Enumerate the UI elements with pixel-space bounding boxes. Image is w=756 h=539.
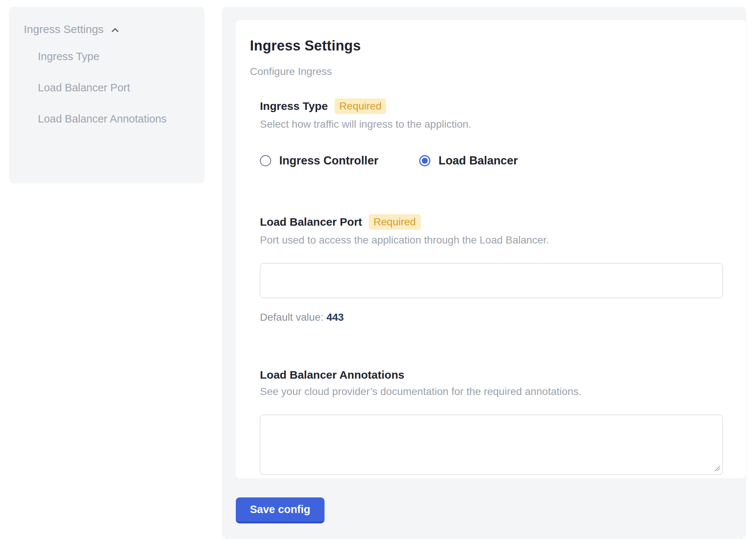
radio-icon[interactable] xyxy=(419,155,430,166)
radio-option-ingress-controller[interactable]: Ingress Controller xyxy=(260,154,378,167)
save-config-button[interactable]: Save config xyxy=(236,497,325,523)
section-load-balancer-port: Load Balancer Port Required Port used to… xyxy=(260,214,722,323)
lb-annotations-description: See your cloud provider’s documentation … xyxy=(260,386,722,398)
main-panel: Ingress Settings Configure Ingress Ingre… xyxy=(222,7,746,539)
lb-port-description: Port used to access the application thro… xyxy=(260,234,722,246)
section-ingress-type: Ingress Type Required Select how traffic… xyxy=(260,98,722,167)
page-subtitle: Configure Ingress xyxy=(250,66,722,78)
lb-port-label: Load Balancer Port xyxy=(260,216,362,228)
settings-sidebar: Ingress Settings Ingress Type Load Balan… xyxy=(9,7,205,183)
radio-icon[interactable] xyxy=(260,155,271,166)
sidebar-item-load-balancer-port[interactable]: Load Balancer Port xyxy=(38,76,179,99)
required-badge: Required xyxy=(369,214,421,230)
load-balancer-annotations-textarea[interactable] xyxy=(260,415,723,475)
sidebar-group-label: Ingress Settings xyxy=(24,23,104,36)
radio-label: Load Balancer xyxy=(439,154,518,167)
sidebar-group-ingress-settings[interactable]: Ingress Settings xyxy=(24,23,190,36)
sidebar-item-list: Ingress Type Load Balancer Port Load Bal… xyxy=(38,45,190,130)
ingress-type-label: Ingress Type xyxy=(260,100,328,112)
default-value-line: Default value:443 xyxy=(260,311,722,323)
ingress-type-description: Select how traffic will ingress to the a… xyxy=(260,118,722,130)
sidebar-item-ingress-type[interactable]: Ingress Type xyxy=(38,45,179,68)
chevron-up-icon xyxy=(110,24,121,36)
load-balancer-port-input[interactable] xyxy=(260,263,723,298)
sidebar-item-load-balancer-annotations[interactable]: Load Balancer Annotations xyxy=(38,108,179,130)
required-badge: Required xyxy=(335,98,387,114)
ingress-type-radio-group: Ingress Controller Load Balancer xyxy=(260,154,722,167)
page-title: Ingress Settings xyxy=(250,38,722,54)
lb-annotations-label: Load Balancer Annotations xyxy=(260,369,404,381)
section-load-balancer-annotations: Load Balancer Annotations See your cloud… xyxy=(260,369,722,475)
radio-option-load-balancer[interactable]: Load Balancer xyxy=(419,154,518,167)
radio-label: Ingress Controller xyxy=(279,154,378,167)
default-value: 443 xyxy=(326,311,344,323)
default-value-label: Default value: xyxy=(260,311,323,323)
ingress-settings-card: Ingress Settings Configure Ingress Ingre… xyxy=(236,20,746,478)
